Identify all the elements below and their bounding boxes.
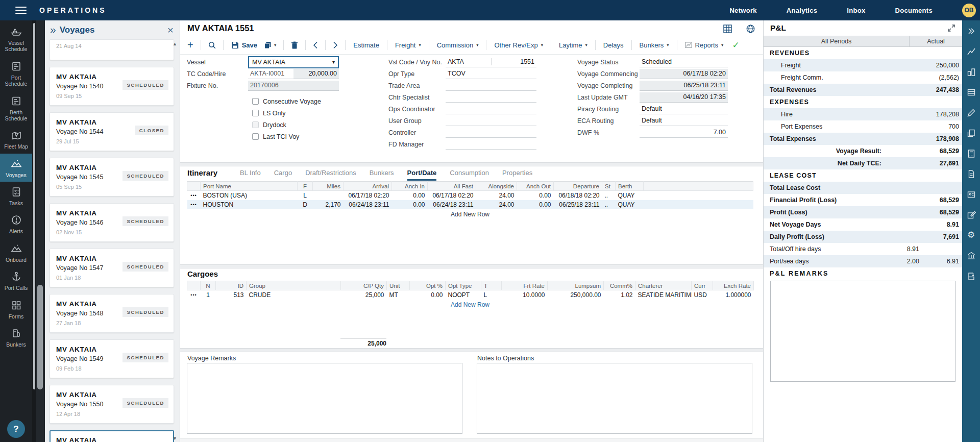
tab-bl-info[interactable]: BL Info <box>240 169 261 181</box>
tab-cargo[interactable]: Cargo <box>274 169 292 181</box>
id-card-icon[interactable] <box>967 190 976 210</box>
vessel-select[interactable]: MV AKTAIA▾ <box>248 56 339 68</box>
tab-bunkers[interactable]: Bunkers <box>370 169 394 181</box>
itinerary-add-row[interactable]: Add New Row <box>187 211 753 218</box>
collapse-panel-icon[interactable]: » <box>50 24 56 35</box>
search-icon[interactable] <box>205 41 219 49</box>
tc-hire-field[interactable]: 20,000.00 <box>293 69 339 79</box>
calculator-icon[interactable] <box>967 149 976 169</box>
consecutive-voyage-checkbox[interactable]: Consecutive Voyage <box>252 95 321 107</box>
help-button[interactable]: ? <box>7 420 25 438</box>
bank-icon[interactable] <box>967 251 976 272</box>
ls-only-checkbox[interactable]: LS Only <box>252 107 321 119</box>
sidebar-item-port-calls[interactable]: Port Calls <box>0 266 32 294</box>
table-row[interactable]: •••BOSTON (USA)L06/17/18 02:200.0006/17/… <box>187 191 753 200</box>
voyage-completing-field[interactable]: 06/25/18 23:11 <box>640 81 728 91</box>
table-row[interactable]: •••HOUSTOND2,17006/24/18 23:110.0006/24/… <box>187 200 753 209</box>
draw-icon[interactable] <box>967 108 976 129</box>
scroll-up-arrow[interactable]: ▲ <box>173 41 177 46</box>
voyage-commencing-field[interactable]: 06/17/18 02:20 <box>640 69 728 79</box>
delete-icon[interactable] <box>288 41 301 49</box>
rail-scrollbar[interactable] <box>32 20 36 442</box>
notes-to-operations-input[interactable] <box>477 363 752 434</box>
nav-analytics[interactable]: Analytics <box>787 7 818 14</box>
sidebar-item-fleet-map[interactable]: Fleet Map <box>0 125 32 153</box>
freight-button[interactable]: Freight▾ <box>391 41 425 49</box>
sidebar-item-alerts[interactable]: Alerts <box>0 210 32 238</box>
voyage-card-partial[interactable]: 21 Aug 14 <box>50 39 174 60</box>
pnl-remarks-input[interactable] <box>770 281 955 382</box>
nav-documents[interactable]: Documents <box>895 7 933 14</box>
laytime-button[interactable]: Laytime▾ <box>555 41 591 49</box>
sidebar-item-onboard[interactable]: Onboard <box>0 238 32 266</box>
grid-view-icon[interactable] <box>723 24 732 33</box>
voyage-card[interactable]: MV AKTAIAVoyage No 154505 Sep 15SCHEDULE… <box>50 158 174 197</box>
tc-code-field[interactable]: AKTA-I0001 <box>248 69 293 79</box>
pnl-actual-header[interactable]: Actual <box>910 36 962 46</box>
last-tci-voy-checkbox[interactable]: Last TCI Voy <box>252 131 321 142</box>
piracy-routing-field[interactable]: Default <box>640 104 728 114</box>
horizontal-scrollbar[interactable] <box>180 438 763 442</box>
controller-field[interactable] <box>446 128 536 138</box>
gear-icon[interactable]: ⚙ <box>967 231 975 251</box>
delays-button[interactable]: Delays <box>600 41 627 49</box>
voyage-card[interactable]: MV AKTAIAVoyage No 154429 Jul 15CLOSED <box>50 112 174 151</box>
sidebar-item-forms[interactable]: Forms <box>0 295 32 323</box>
voyage-card[interactable]: MV AKTAIAVoyage No 154701 Jan 18SCHEDULE… <box>50 249 174 287</box>
eca-routing-field[interactable]: Default <box>640 116 728 126</box>
sidebar-item-port-schedule[interactable]: Port Schedule <box>0 56 32 91</box>
sidebar-item-vessel-schedule[interactable]: Vessel Schedule <box>0 21 32 56</box>
other-rev-exp-button[interactable]: Other Rev/Exp▾ <box>491 41 547 49</box>
vsl-code-voy-no-field[interactable]: AKTA1551 <box>446 57 536 67</box>
expand-icon[interactable] <box>948 24 955 32</box>
compose-icon[interactable] <box>967 210 976 231</box>
double-chevron-icon[interactable] <box>967 27 976 47</box>
table-icon[interactable] <box>967 88 976 108</box>
voyage-status-field[interactable]: Scheduled <box>640 57 728 67</box>
copy-icon[interactable]: ▾ <box>261 41 279 49</box>
reports-button[interactable]: Reports▾ <box>681 41 727 49</box>
crane-icon[interactable] <box>967 272 976 292</box>
hamburger-menu-icon[interactable] <box>15 5 27 15</box>
prev-voyage-icon[interactable] <box>310 41 321 49</box>
pages-icon[interactable] <box>967 129 976 149</box>
ops-coordinator-field[interactable] <box>446 104 536 114</box>
drydock-checkbox[interactable]: Drydock <box>252 119 321 131</box>
fixture-no-field[interactable]: 20170006 <box>248 81 339 91</box>
user-avatar[interactable]: OB <box>962 4 976 17</box>
cargoes-add-row[interactable]: Add New Row <box>187 301 753 308</box>
globe-icon[interactable] <box>746 24 755 33</box>
next-voyage-icon[interactable] <box>330 41 341 49</box>
bunkers-button[interactable]: Bunkers▾ <box>636 41 673 49</box>
save-button[interactable]: Save <box>228 41 261 49</box>
user-group-field[interactable] <box>446 116 536 126</box>
sidebar-item-berth-schedule[interactable]: Berth Schedule <box>0 91 32 126</box>
table-row[interactable]: •••1513CRUDE25,000MT0.00NOOPTL10.0000250… <box>187 290 754 300</box>
estimate-button[interactable]: Estimate <box>350 41 383 49</box>
last-update-gmt-field[interactable]: 04/16/20 17:35 <box>640 92 728 103</box>
buildings-icon[interactable] <box>967 67 976 88</box>
add-icon[interactable]: + <box>184 40 197 50</box>
chtr-specialist-field[interactable] <box>446 92 536 103</box>
voyage-list-scrollbar[interactable] <box>36 20 45 442</box>
sidebar-item-tasks[interactable]: Tasks <box>0 182 32 210</box>
line-chart-icon[interactable] <box>967 47 976 67</box>
nav-inbox[interactable]: Inbox <box>847 7 865 14</box>
scroll-down-arrow[interactable]: ▼ <box>173 436 177 441</box>
tab-draft-restrictions[interactable]: Draft/Restrictions <box>305 169 356 181</box>
tab-port-date[interactable]: Port/Date <box>407 169 437 181</box>
pnl-period-header[interactable]: All Periods <box>764 36 910 46</box>
opr-type-field[interactable]: TCOV <box>446 69 536 79</box>
nav-network[interactable]: Network <box>729 7 756 14</box>
voyage-card[interactable]: MV AKTAIAVoyage No 155117 Jun 18SCHEDULE… <box>50 430 174 442</box>
trade-area-field[interactable] <box>446 81 536 91</box>
voyage-card[interactable]: MV AKTAIAVoyage No 155012 Apr 18SCHEDULE… <box>50 385 174 424</box>
voyage-card[interactable]: MV AKTAIAVoyage No 154009 Sep 15SCHEDULE… <box>50 67 174 106</box>
voyage-card[interactable]: MV AKTAIAVoyage No 154602 Nov 15SCHEDULE… <box>50 203 174 242</box>
tab-consumption[interactable]: Consumption <box>450 169 489 181</box>
close-icon[interactable]: × <box>167 24 174 35</box>
sidebar-item-bunkers[interactable]: Bunkers <box>0 323 32 351</box>
sidebar-item-voyages[interactable]: Voyages <box>0 154 32 182</box>
tab-properties[interactable]: Properties <box>502 169 532 181</box>
dwf-field[interactable]: 7.00 <box>640 128 728 138</box>
